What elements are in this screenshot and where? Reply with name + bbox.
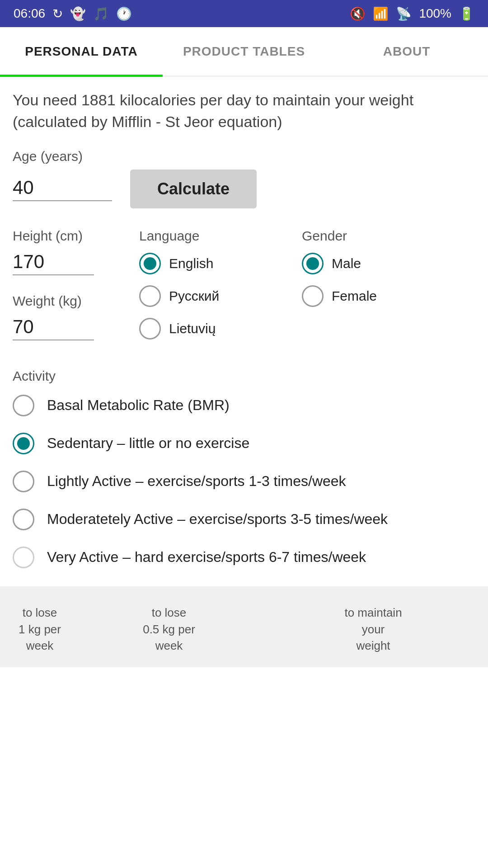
- status-right: 🔇 📶 📡 100% 🔋: [350, 6, 474, 21]
- activity-very-active-radio[interactable]: [13, 547, 34, 568]
- music-icon: 🎵: [93, 6, 109, 21]
- gender-female-radio[interactable]: [302, 285, 324, 307]
- activity-very-active-row: Very Active – hard exercise/sports 6-7 t…: [13, 547, 475, 568]
- language-lithuanian-radio[interactable]: [139, 318, 161, 340]
- activity-moderately-active-radio[interactable]: [13, 509, 34, 530]
- weight-input[interactable]: [13, 316, 94, 340]
- time: 06:06: [14, 6, 45, 21]
- height-label: Height (cm): [13, 228, 130, 244]
- wifi-icon: 📶: [373, 6, 389, 21]
- language-column: Language English Русский Lietuvių: [139, 228, 302, 350]
- age-row: Calculate: [13, 170, 475, 208]
- activity-section: Activity Basal Metabolic Rate (BMR) Sede…: [13, 368, 475, 568]
- language-russian-row: Русский: [139, 285, 302, 307]
- ghost-icon: 👻: [70, 6, 86, 21]
- weight-label: Weight (kg): [13, 293, 130, 309]
- tab-personal-data[interactable]: PERSONAL DATA: [0, 27, 163, 75]
- activity-moderately-active-label: Moderatetely Active – exercise/sports 3-…: [47, 510, 388, 529]
- activity-sedentary-label: Sedentary – little or no exercise: [47, 434, 249, 453]
- tab-product-tables[interactable]: PRODUCT TABLES: [163, 27, 325, 75]
- gender-female-label: Female: [332, 288, 377, 304]
- three-column-section: Height (cm) Weight (kg) Language English…: [13, 228, 475, 350]
- activity-label: Activity: [13, 368, 475, 384]
- age-label: Age (years): [13, 149, 475, 164]
- language-russian-radio[interactable]: [139, 285, 161, 307]
- age-input[interactable]: [13, 177, 112, 201]
- activity-lightly-active-label: Lightly Active – exercise/sports 1-3 tim…: [47, 472, 346, 491]
- main-content: You need 1881 kilocalories per day to ma…: [0, 77, 488, 568]
- signal-icon: 📡: [396, 6, 412, 21]
- activity-sedentary-row: Sedentary – little or no exercise: [13, 433, 475, 454]
- language-english-label: English: [169, 256, 213, 271]
- battery-icon: 🔋: [459, 6, 474, 21]
- activity-lightly-active-radio[interactable]: [13, 471, 34, 492]
- bottom-col-1: to lose1 kg perweek: [13, 604, 67, 654]
- height-input[interactable]: [13, 251, 94, 275]
- bottom-col-3: to maintainyourweight: [271, 604, 475, 654]
- language-english-radio[interactable]: [139, 253, 161, 274]
- tab-about[interactable]: ABOUT: [325, 27, 488, 75]
- clock-icon: 🕐: [116, 6, 132, 21]
- sync-icon: ↻: [52, 6, 63, 21]
- gender-male-radio[interactable]: [302, 253, 324, 274]
- gender-male-row: Male: [302, 253, 475, 274]
- activity-lightly-active-row: Lightly Active – exercise/sports 1-3 tim…: [13, 471, 475, 492]
- tab-bar: PERSONAL DATA PRODUCT TABLES ABOUT: [0, 27, 488, 77]
- language-label: Language: [139, 228, 302, 244]
- status-left: 06:06 ↻ 👻 🎵 🕐: [14, 6, 132, 21]
- gender-female-row: Female: [302, 285, 475, 307]
- calculate-button[interactable]: Calculate: [130, 170, 257, 208]
- language-english-row: English: [139, 253, 302, 274]
- status-bar: 06:06 ↻ 👻 🎵 🕐 🔇 📶 📡 100% 🔋: [0, 0, 488, 27]
- activity-bmr-row: Basal Metabolic Rate (BMR): [13, 395, 475, 416]
- activity-sedentary-radio[interactable]: [13, 433, 34, 454]
- activity-very-active-label: Very Active – hard exercise/sports 6-7 t…: [47, 548, 366, 567]
- mute-icon: 🔇: [350, 6, 366, 21]
- battery-label: 100%: [419, 6, 451, 21]
- bottom-columns: to lose1 kg perweek to lose0.5 kg perwee…: [13, 604, 475, 654]
- gender-column: Gender Male Female: [302, 228, 475, 318]
- left-column: Height (cm) Weight (kg): [13, 228, 139, 340]
- bottom-section: to lose1 kg perweek to lose0.5 kg perwee…: [0, 586, 488, 667]
- language-russian-label: Русский: [169, 288, 219, 304]
- activity-bmr-label: Basal Metabolic Rate (BMR): [47, 396, 230, 415]
- language-lithuanian-label: Lietuvių: [169, 321, 216, 336]
- calorie-info: You need 1881 kilocalories per day to ma…: [13, 90, 475, 132]
- activity-bmr-radio[interactable]: [13, 395, 34, 416]
- gender-label: Gender: [302, 228, 475, 244]
- activity-moderately-active-row: Moderatetely Active – exercise/sports 3-…: [13, 509, 475, 530]
- gender-male-label: Male: [332, 256, 361, 271]
- language-lithuanian-row: Lietuvių: [139, 318, 302, 340]
- bottom-col-2: to lose0.5 kg perweek: [67, 604, 271, 654]
